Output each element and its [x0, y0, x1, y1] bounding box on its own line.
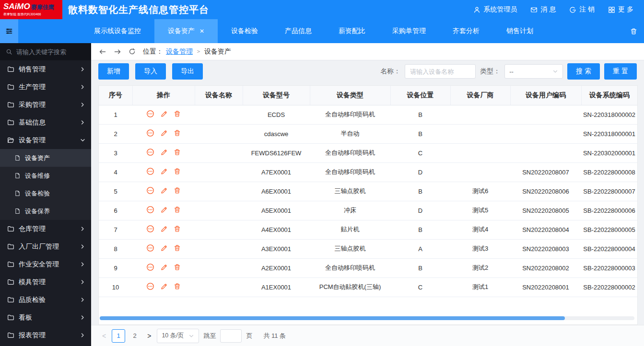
sidebar-item-label: 品质检验 — [19, 296, 76, 304]
header-action-messages[interactable]: 消 息 — [530, 5, 556, 14]
page-number-2[interactable]: 2 — [128, 329, 141, 343]
sidebar-item-equipment[interactable]: 设备管理 — [0, 131, 91, 149]
folder-open-icon — [7, 137, 14, 144]
delete-icon[interactable] — [174, 264, 181, 271]
nav-tab-equipment-inspection[interactable]: 设备检验 — [218, 19, 271, 43]
scrollbar-thumb[interactable] — [100, 316, 565, 320]
sidebar-subitem-equipment-repair[interactable]: 设备维修 — [0, 167, 91, 185]
refresh-icon[interactable] — [129, 48, 136, 55]
chevron-down-icon — [80, 138, 85, 143]
jump-page-input[interactable] — [220, 329, 242, 343]
sidebar-item-kanban[interactable]: 看板 — [0, 309, 91, 326]
edit-icon[interactable] — [160, 206, 168, 214]
sidebar-item-quality[interactable]: 品质检验 — [0, 291, 91, 309]
next-page-button[interactable]: > — [146, 332, 152, 340]
edit-icon[interactable] — [160, 244, 168, 252]
collapse-sidebar-button[interactable] — [0, 19, 18, 43]
page-number-1[interactable]: 1 — [112, 329, 125, 343]
chevron-right-icon — [80, 333, 85, 338]
back-icon[interactable] — [99, 48, 106, 56]
export-button[interactable]: 导出 — [172, 63, 203, 80]
filter-group: 名称： 类型： -- 搜 索 重 置 — [380, 63, 637, 80]
cell-no: 10 — [99, 277, 132, 297]
cell-actions — [132, 239, 195, 258]
more-icon[interactable] — [146, 110, 154, 118]
cell-no: 5 — [99, 182, 132, 201]
nav-tab-line-monitor[interactable]: 展示线设备监控 — [81, 19, 154, 43]
edit-icon[interactable] — [160, 264, 168, 271]
chevron-right-icon — [80, 226, 85, 231]
more-icon[interactable] — [146, 263, 154, 271]
row-action-buttons — [146, 186, 181, 195]
sidebar-item-production[interactable]: 生产管理 — [0, 78, 91, 96]
more-icon[interactable] — [146, 206, 154, 214]
edit-icon[interactable] — [160, 187, 168, 195]
add-button[interactable]: 新增 — [98, 63, 129, 80]
nav-tab-purchase-order[interactable]: 采购单管理 — [379, 19, 439, 43]
delete-icon[interactable] — [174, 187, 181, 194]
sidebar-item-in-out-factory[interactable]: 入厂出厂管理 — [0, 238, 91, 255]
sidebar-item-mold[interactable]: 模具管理 — [0, 273, 91, 291]
cell-sys-code: SN-220318000002 — [581, 105, 637, 124]
edit-icon[interactable] — [160, 149, 168, 156]
sidebar-item-basic-info[interactable]: 基础信息 — [0, 114, 91, 131]
prev-page-button[interactable]: < — [101, 332, 107, 340]
header-action-more[interactable]: 更 多 — [608, 5, 633, 14]
cell-name — [195, 201, 243, 220]
page-size-select[interactable]: 10 条/页 — [157, 329, 199, 343]
nav-tab-kitting-analysis[interactable]: 齐套分析 — [439, 19, 493, 43]
sidebar-subitem-equipment-asset[interactable]: 设备资产 — [0, 149, 91, 167]
cell-user-code — [510, 124, 581, 143]
nav-tab-equipment-asset[interactable]: 设备资产✕ — [154, 19, 218, 43]
type-filter-select[interactable]: -- — [504, 64, 563, 79]
edit-icon[interactable] — [160, 110, 168, 118]
more-icon[interactable] — [146, 148, 154, 156]
breadcrumb-link-equipment[interactable]: 设备管理 — [166, 47, 193, 56]
sidebar-item-purchase[interactable]: 采购管理 — [0, 96, 91, 114]
sidebar-item-report[interactable]: 报表管理 — [0, 326, 91, 344]
sidebar-subitem-label: 设备保养 — [25, 207, 50, 216]
delete-icon[interactable] — [174, 149, 181, 156]
more-icon[interactable] — [146, 282, 154, 290]
delete-icon[interactable] — [174, 244, 181, 252]
nav-tab-product-info[interactable]: 产品信息 — [271, 19, 325, 43]
sidebar-item-work-safety[interactable]: 作业安全管理 — [0, 255, 91, 273]
sidebar-item-label: 仓库管理 — [19, 225, 76, 233]
delete-icon[interactable] — [174, 206, 181, 213]
close-all-tabs-button[interactable] — [630, 19, 644, 43]
sidebar-subitem-equipment-maintenance[interactable]: 设备保养 — [0, 202, 91, 220]
header-action-admin[interactable]: 系统管理员 — [473, 5, 517, 14]
sidebar-subitem-equipment-inspection[interactable]: 设备检验 — [0, 185, 91, 202]
sidebar-search-input[interactable] — [16, 48, 91, 56]
edit-icon[interactable] — [160, 129, 168, 137]
cell-actions — [132, 277, 195, 297]
more-icon[interactable] — [146, 167, 154, 175]
more-icon[interactable] — [146, 244, 154, 252]
more-icon[interactable] — [146, 186, 154, 195]
edit-icon[interactable] — [160, 225, 168, 233]
cell-type: 全自动移印喷码机 — [310, 162, 390, 182]
cell-location: B — [390, 182, 450, 201]
logo-brand-text: SAiMO — [3, 2, 30, 12]
reset-button[interactable]: 重 置 — [604, 63, 637, 80]
delete-icon[interactable] — [174, 283, 181, 290]
nav-tab-sales-plan[interactable]: 销售计划 — [493, 19, 547, 43]
more-icon[interactable] — [146, 129, 154, 137]
close-tab-icon[interactable]: ✕ — [199, 28, 204, 34]
forward-icon[interactable] — [114, 48, 121, 56]
import-button[interactable]: 导入 — [135, 63, 166, 80]
sidebar-item-sales[interactable]: 销售管理 — [0, 60, 91, 78]
edit-icon[interactable] — [160, 168, 168, 175]
sidebar-item-warehouse[interactable]: 仓库管理 — [0, 220, 91, 238]
delete-icon[interactable] — [174, 129, 181, 137]
name-filter-input[interactable] — [405, 64, 476, 79]
search-button[interactable]: 搜 索 — [567, 63, 600, 80]
nav-tab-salary-ratio[interactable]: 薪资配比 — [325, 19, 379, 43]
delete-icon[interactable] — [174, 168, 181, 175]
header-action-logout[interactable]: 注 销 — [569, 5, 595, 14]
delete-icon[interactable] — [174, 225, 181, 232]
edit-icon[interactable] — [160, 283, 168, 290]
delete-icon[interactable] — [174, 110, 181, 117]
more-icon[interactable] — [146, 225, 154, 233]
total-count-label: 共 11 条 — [263, 332, 286, 340]
